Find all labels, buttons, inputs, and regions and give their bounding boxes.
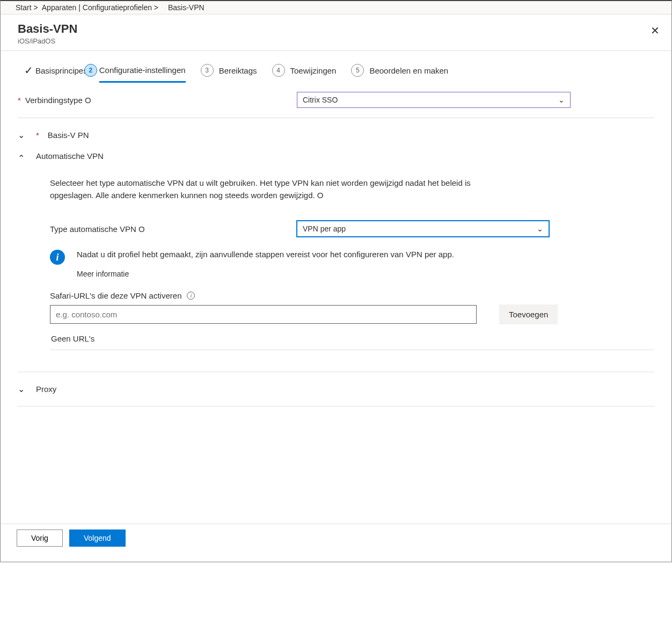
footer-actions: Vorig Volgend — [1, 524, 671, 562]
wizard-step-label: Configuratie-instellingen — [99, 66, 186, 83]
breadcrumb-home[interactable]: Start > — [16, 3, 38, 12]
auto-vpn-type-label: Type automatische VPN O — [50, 224, 297, 234]
auto-vpn-content: Selecteer het type automatische VPN dat … — [18, 166, 654, 350]
page-subtitle: iOS/iPadOS — [18, 37, 658, 45]
next-button[interactable]: Volgend — [69, 529, 126, 547]
wizard-step-label: Beoordelen en maken — [369, 66, 448, 75]
previous-button[interactable]: Vorig — [17, 529, 63, 547]
wizard-step-label: Toewijzingen — [290, 66, 337, 75]
connection-type-select[interactable]: Citrix SSO ⌄ — [297, 92, 571, 108]
no-urls-text: Geen URL's — [50, 328, 654, 350]
wizard-step-label: Bereiktags — [219, 66, 257, 75]
divider — [18, 406, 654, 407]
auto-vpn-type-row: Type automatische VPN O VPN per app ⌄ — [50, 221, 654, 237]
safari-urls-label: Safari-URL's die deze VPN activeren — [50, 291, 181, 300]
add-url-button[interactable]: Toevoegen — [499, 304, 558, 324]
info-icon: i — [50, 250, 65, 265]
section-label: Automatische VPN — [36, 151, 104, 161]
step-badge-active: 2 — [84, 64, 97, 77]
safari-url-input[interactable] — [50, 305, 477, 324]
wizard-step-review[interactable]: 5 Beoordelen en maken — [351, 64, 448, 77]
section-label: Basis-V PN — [48, 130, 89, 140]
required-marker: * — [36, 130, 39, 140]
section-proxy[interactable]: ⌄ Proxy — [18, 379, 654, 400]
chevron-down-icon: ⌄ — [558, 96, 565, 104]
breadcrumb: Start > Apparaten | Configuratieprofiele… — [1, 1, 671, 14]
info-banner: i Nadat u dit profiel hebt gemaakt, zijn… — [50, 250, 654, 278]
info-text: Nadat u dit profiel hebt gemaakt, zijn a… — [77, 250, 454, 259]
section-auto-vpn[interactable]: ⌃ Automatische VPN — [18, 146, 654, 166]
divider — [18, 372, 654, 372]
auto-vpn-description: Selecteer het type automatische VPN dat … — [50, 177, 490, 201]
step-badge: 5 — [351, 64, 364, 77]
step-badge: 4 — [272, 64, 285, 77]
required-marker: * — [18, 96, 21, 105]
close-icon[interactable]: ✕ — [651, 24, 660, 37]
chevron-down-icon: ⌄ — [18, 130, 28, 140]
step-badge: 3 — [201, 64, 214, 77]
section-base-vpn[interactable]: ⌄ * Basis-V PN — [18, 125, 654, 146]
info-icon[interactable]: i — [187, 292, 195, 300]
more-info-link[interactable]: Meer informatie — [77, 270, 454, 278]
chevron-up-icon: ⌃ — [18, 153, 28, 163]
breadcrumb-current: Basis-VPN — [168, 3, 204, 12]
check-icon: ✓ — [24, 64, 33, 77]
select-value: Citrix SSO — [303, 96, 338, 104]
breadcrumb-devices[interactable]: Apparaten | Configuratieprofielen > — [42, 3, 158, 12]
wizard-step-label: Basisprincipes — [35, 66, 87, 75]
wizard-step-scopetags[interactable]: 3 Bereiktags — [201, 64, 257, 77]
page-title: Basis-VPN — [18, 22, 658, 36]
select-value: VPN per app — [303, 224, 346, 233]
chevron-down-icon: ⌄ — [18, 384, 28, 394]
connection-type-label: Verbindingstype O — [25, 96, 91, 105]
connection-type-row: * Verbindingstype O Citrix SSO ⌄ — [18, 92, 654, 108]
wizard-step-config[interactable]: 2 Configuratie-instellingen — [86, 64, 186, 77]
wizard-step-basics[interactable]: ✓ Basisprincipes — [24, 64, 87, 77]
wizard-step-assignments[interactable]: 4 Toewijzingen — [272, 64, 337, 77]
auto-vpn-type-select[interactable]: VPN per app ⌄ — [297, 221, 549, 237]
chevron-down-icon: ⌄ — [537, 224, 543, 233]
divider — [18, 118, 654, 118]
page-header: Basis-VPN iOS/iPadOS ✕ — [1, 14, 671, 51]
wizard-nav: ✓ Basisprincipes 2 Configuratie-instelli… — [24, 64, 654, 77]
section-label: Proxy — [36, 384, 56, 394]
